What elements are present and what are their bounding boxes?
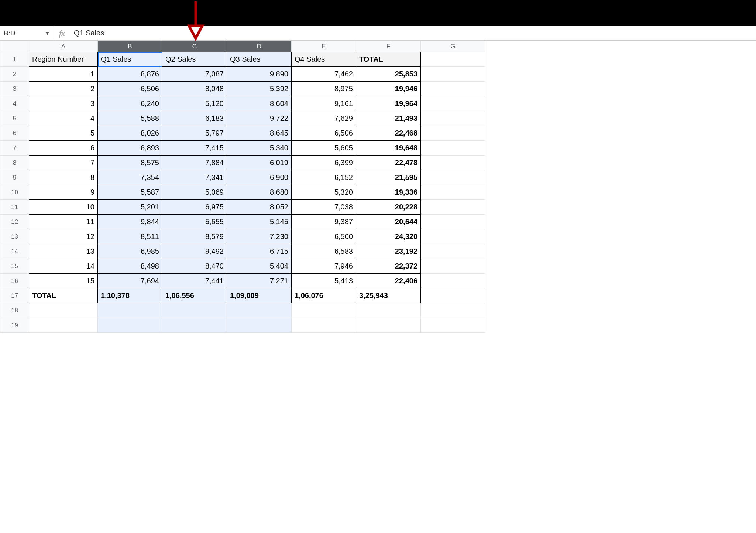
cell-E12[interactable]: 9,387 (292, 215, 356, 229)
col-header-B[interactable]: B (98, 41, 162, 52)
cell-D5[interactable]: 9,722 (227, 111, 292, 126)
cell-B13[interactable]: 8,511 (98, 229, 162, 244)
cell-D3[interactable]: 5,392 (227, 82, 292, 96)
cell-D15[interactable]: 5,404 (227, 259, 292, 274)
cell-A11[interactable]: 10 (29, 200, 98, 215)
row-header-3[interactable]: 3 (0, 82, 29, 96)
cell-E19[interactable] (292, 318, 356, 333)
cell-F19[interactable] (356, 318, 421, 333)
cell-G3[interactable] (421, 82, 485, 96)
cell-F6[interactable]: 22,468 (356, 126, 421, 141)
col-header-F[interactable]: F (356, 41, 421, 52)
row-header-1[interactable]: 1 (0, 52, 29, 67)
cell-E17[interactable]: 1,06,076 (292, 288, 356, 303)
col-header-A[interactable]: A (29, 41, 98, 52)
cell-D13[interactable]: 7,230 (227, 229, 292, 244)
row-header-17[interactable]: 17 (0, 288, 29, 303)
cell-D10[interactable]: 8,680 (227, 185, 292, 200)
cell-B10[interactable]: 5,587 (98, 185, 162, 200)
row-header-5[interactable]: 5 (0, 111, 29, 126)
cell-F5[interactable]: 21,493 (356, 111, 421, 126)
cell-F1[interactable]: TOTAL (356, 52, 421, 67)
cell-B19[interactable] (98, 318, 162, 333)
col-header-D[interactable]: D (227, 41, 292, 52)
name-box[interactable]: B:D ▼ (0, 27, 54, 40)
cell-F17[interactable]: 3,25,943 (356, 288, 421, 303)
fx-label[interactable]: fx (54, 26, 70, 40)
cell-F7[interactable]: 19,648 (356, 141, 421, 156)
cell-C19[interactable] (162, 318, 227, 333)
cell-G11[interactable] (421, 200, 485, 215)
cell-A14[interactable]: 13 (29, 244, 98, 259)
cell-D18[interactable] (227, 303, 292, 318)
col-header-E[interactable]: E (292, 41, 356, 52)
cell-B6[interactable]: 8,026 (98, 126, 162, 141)
cell-F14[interactable]: 23,192 (356, 244, 421, 259)
cell-C13[interactable]: 8,579 (162, 229, 227, 244)
cell-B12[interactable]: 9,844 (98, 215, 162, 229)
cell-F13[interactable]: 24,320 (356, 229, 421, 244)
cell-E4[interactable]: 9,161 (292, 96, 356, 111)
cell-G1[interactable] (421, 52, 485, 67)
row-header-14[interactable]: 14 (0, 244, 29, 259)
cell-B11[interactable]: 5,201 (98, 200, 162, 215)
cell-A16[interactable]: 15 (29, 274, 98, 288)
cell-B7[interactable]: 6,893 (98, 141, 162, 156)
cell-A4[interactable]: 3 (29, 96, 98, 111)
cell-G6[interactable] (421, 126, 485, 141)
cell-E6[interactable]: 6,506 (292, 126, 356, 141)
cell-A12[interactable]: 11 (29, 215, 98, 229)
select-all-corner[interactable] (0, 41, 29, 52)
cell-C15[interactable]: 8,470 (162, 259, 227, 274)
cell-A2[interactable]: 1 (29, 67, 98, 82)
cell-D19[interactable] (227, 318, 292, 333)
cell-B15[interactable]: 8,498 (98, 259, 162, 274)
cell-G13[interactable] (421, 229, 485, 244)
cell-A3[interactable]: 2 (29, 82, 98, 96)
cell-F11[interactable]: 20,228 (356, 200, 421, 215)
cell-A9[interactable]: 8 (29, 170, 98, 185)
cell-F18[interactable] (356, 303, 421, 318)
row-header-10[interactable]: 10 (0, 185, 29, 200)
cell-B9[interactable]: 7,354 (98, 170, 162, 185)
cell-F12[interactable]: 20,644 (356, 215, 421, 229)
cell-B18[interactable] (98, 303, 162, 318)
cell-B14[interactable]: 6,985 (98, 244, 162, 259)
cell-D7[interactable]: 5,340 (227, 141, 292, 156)
cell-E11[interactable]: 7,038 (292, 200, 356, 215)
cell-E14[interactable]: 6,583 (292, 244, 356, 259)
cell-B16[interactable]: 7,694 (98, 274, 162, 288)
row-header-2[interactable]: 2 (0, 67, 29, 82)
cell-G2[interactable] (421, 67, 485, 82)
cell-G18[interactable] (421, 303, 485, 318)
cell-B8[interactable]: 8,575 (98, 156, 162, 170)
cell-C5[interactable]: 6,183 (162, 111, 227, 126)
cell-A15[interactable]: 14 (29, 259, 98, 274)
cell-B3[interactable]: 6,506 (98, 82, 162, 96)
cell-C11[interactable]: 6,975 (162, 200, 227, 215)
cell-E9[interactable]: 6,152 (292, 170, 356, 185)
cell-F10[interactable]: 19,336 (356, 185, 421, 200)
cell-E18[interactable] (292, 303, 356, 318)
cell-B5[interactable]: 5,588 (98, 111, 162, 126)
cell-F16[interactable]: 22,406 (356, 274, 421, 288)
cell-C6[interactable]: 5,797 (162, 126, 227, 141)
cell-A17[interactable]: TOTAL (29, 288, 98, 303)
cell-C7[interactable]: 7,415 (162, 141, 227, 156)
cell-A7[interactable]: 6 (29, 141, 98, 156)
cell-C18[interactable] (162, 303, 227, 318)
row-header-13[interactable]: 13 (0, 229, 29, 244)
cell-B17[interactable]: 1,10,378 (98, 288, 162, 303)
cell-B2[interactable]: 8,876 (98, 67, 162, 82)
cell-A6[interactable]: 5 (29, 126, 98, 141)
cell-D8[interactable]: 6,019 (227, 156, 292, 170)
cell-G10[interactable] (421, 185, 485, 200)
cell-C9[interactable]: 7,341 (162, 170, 227, 185)
cell-G8[interactable] (421, 156, 485, 170)
formula-input[interactable] (70, 27, 756, 40)
cell-C8[interactable]: 7,884 (162, 156, 227, 170)
cell-A19[interactable] (29, 318, 98, 333)
spreadsheet-grid[interactable]: A B C D E F G 1Region NumberQ1 SalesQ2 S… (0, 41, 485, 333)
cell-E2[interactable]: 7,462 (292, 67, 356, 82)
row-header-12[interactable]: 12 (0, 215, 29, 229)
